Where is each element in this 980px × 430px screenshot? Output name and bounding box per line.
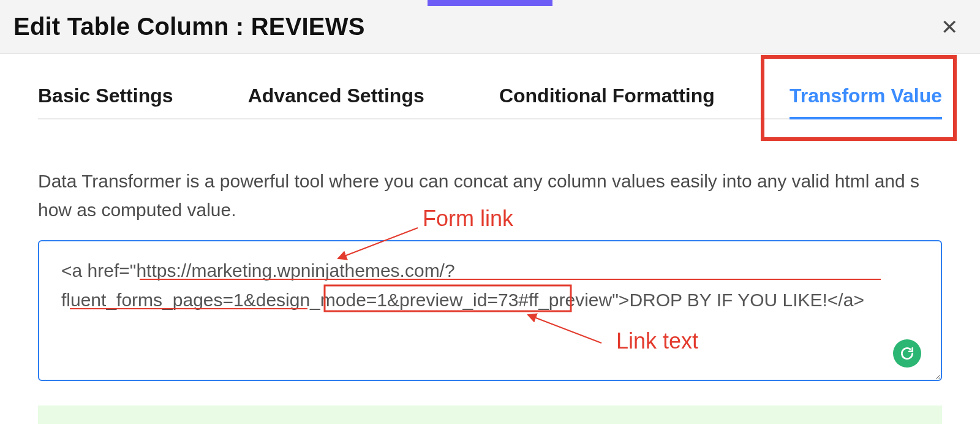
success-strip <box>38 405 942 424</box>
grammarly-icon[interactable] <box>893 339 921 368</box>
modal-title: Edit Table Column : REVIEWS <box>13 13 365 40</box>
transform-description: Data Transformer is a powerful tool wher… <box>38 167 920 224</box>
accent-bar <box>428 0 552 6</box>
transform-value-input[interactable] <box>38 240 942 381</box>
modal-header: Edit Table Column : REVIEWS ✕ <box>0 0 980 54</box>
tabs-container: Basic Settings Advanced Settings Conditi… <box>38 85 942 119</box>
tab-basic-settings[interactable]: Basic Settings <box>38 85 173 118</box>
modal-body: Basic Settings Advanced Settings Conditi… <box>0 85 980 424</box>
close-button[interactable]: ✕ <box>941 17 958 37</box>
tabs: Basic Settings Advanced Settings Conditi… <box>38 85 942 119</box>
close-icon: ✕ <box>941 15 958 39</box>
textarea-container <box>38 240 942 383</box>
tab-advanced-settings[interactable]: Advanced Settings <box>248 85 424 118</box>
tab-transform-value[interactable]: Transform Value <box>790 85 942 118</box>
tab-conditional-formatting[interactable]: Conditional Formatting <box>499 85 715 118</box>
